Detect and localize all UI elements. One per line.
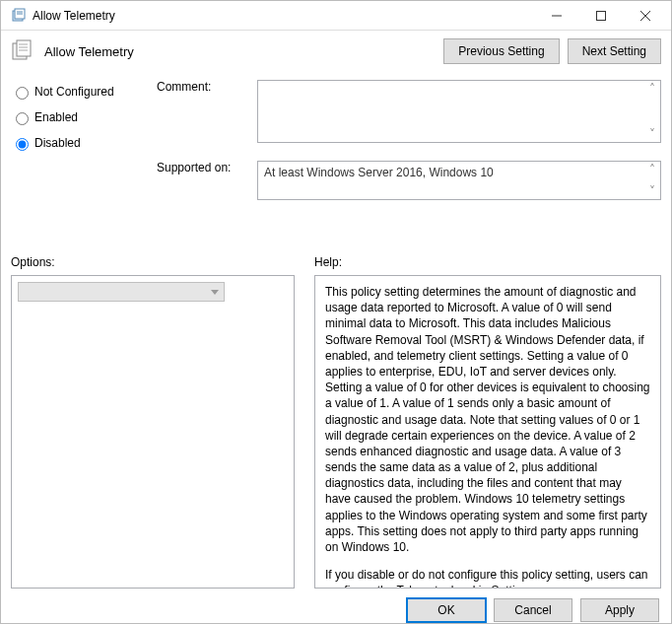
supported-on-box: At least Windows Server 2016, Windows 10…	[257, 161, 661, 200]
radio-not-configured-label: Not Configured	[34, 85, 114, 99]
window-controls	[534, 1, 667, 31]
svg-rect-9	[17, 40, 31, 56]
options-label: Options:	[11, 255, 295, 269]
previous-setting-button[interactable]: Previous Setting	[443, 38, 559, 64]
cancel-button[interactable]: Cancel	[494, 598, 572, 622]
window-title: Allow Telemetry	[33, 9, 534, 23]
scroll-down-icon[interactable]: ˅	[646, 128, 658, 140]
radio-not-configured-input[interactable]	[16, 87, 29, 100]
radio-enabled-label: Enabled	[34, 110, 78, 124]
next-setting-button[interactable]: Next Setting	[568, 38, 661, 64]
help-text-1: This policy setting determines the amoun…	[325, 284, 650, 555]
radio-disabled[interactable]: Disabled	[11, 135, 139, 151]
comment-textarea[interactable]: ˄ ˅	[257, 80, 661, 143]
help-text-2: If you disable or do not configure this …	[325, 567, 650, 589]
close-button[interactable]	[623, 1, 667, 31]
radio-disabled-input[interactable]	[16, 138, 29, 151]
policy-name: Allow Telemetry	[44, 44, 436, 59]
maximize-button[interactable]	[578, 1, 623, 31]
policy-icon	[11, 39, 38, 63]
options-panel	[11, 275, 295, 589]
svg-rect-5	[596, 11, 605, 20]
options-dropdown-disabled	[18, 282, 225, 302]
help-panel[interactable]: This policy setting determines the amoun…	[314, 275, 661, 589]
radio-not-configured[interactable]: Not Configured	[11, 84, 139, 100]
policy-app-icon	[11, 8, 27, 24]
scroll-down-icon[interactable]: ˅	[646, 185, 658, 197]
scroll-up-icon[interactable]: ˄	[646, 164, 658, 175]
radio-enabled-input[interactable]	[16, 112, 29, 125]
radio-enabled[interactable]: Enabled	[11, 109, 139, 125]
help-label: Help:	[314, 255, 661, 269]
policy-header: Allow Telemetry Previous Setting Next Se…	[11, 38, 661, 64]
scroll-up-icon[interactable]: ˄	[646, 83, 658, 95]
supported-on-label: Supported on:	[157, 161, 239, 174]
minimize-button[interactable]	[534, 1, 578, 31]
apply-button[interactable]: Apply	[580, 598, 659, 622]
ok-button[interactable]: OK	[407, 598, 486, 622]
state-radio-group: Not Configured Enabled Disabled	[11, 80, 139, 242]
supported-on-text: At least Windows Server 2016, Windows 10	[258, 162, 660, 183]
titlebar: Allow Telemetry	[1, 1, 671, 31]
dialog-buttons: OK Cancel Apply	[11, 598, 661, 622]
comment-label: Comment:	[157, 80, 239, 94]
radio-disabled-label: Disabled	[34, 136, 81, 150]
